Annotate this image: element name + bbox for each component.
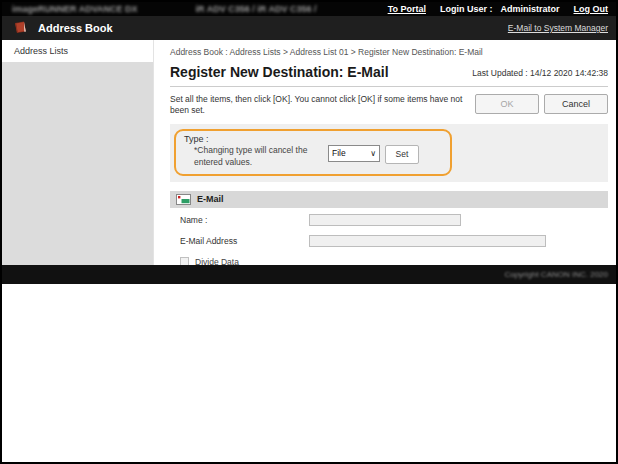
divide-data-checkbox[interactable] xyxy=(180,257,189,265)
breadcrumb[interactable]: Address Book : Address Lists > Address L… xyxy=(170,47,608,57)
email-address-label: E-Mail Address xyxy=(180,236,309,246)
app-bar: Address Book E-Mail to System Manager xyxy=(2,16,616,40)
type-section: Type : *Changing type will cancel the en… xyxy=(170,124,608,182)
type-note: *Changing type will cancel the entered v… xyxy=(194,145,322,169)
top-bar: imageRUNNER ADVANCE DX iR ADV C356 / iR … xyxy=(2,2,616,16)
login-user-label: Login User : xyxy=(440,4,493,14)
remote-ui-window: imageRUNNER ADVANCE DX iR ADV C356 / iR … xyxy=(0,0,618,464)
divide-data-label: Divide Data xyxy=(195,257,239,265)
device-name: iR ADV C356 / iR ADV C356 / xyxy=(196,4,317,14)
copyright-text: Copyright CANON INC. 2020 xyxy=(504,270,608,279)
app-title: Address Book xyxy=(38,22,113,34)
last-updated: Last Updated : 14/12 2020 14:42:38 xyxy=(472,68,608,80)
book-icon xyxy=(12,20,28,36)
email-address-input[interactable] xyxy=(309,235,546,247)
content-area: Address Lists Address Book : Address Lis… xyxy=(2,40,616,265)
chevron-down-icon: ∨ xyxy=(370,149,376,158)
email-address-row: E-Mail Address xyxy=(170,232,608,250)
sidebar-item-address-lists[interactable]: Address Lists xyxy=(2,40,153,62)
main-panel: Address Book : Address Lists > Address L… xyxy=(154,40,616,265)
footer: Copyright CANON INC. 2020 xyxy=(2,265,616,284)
type-label: Type : xyxy=(184,134,442,144)
page-background xyxy=(2,284,616,462)
action-row: Set all the items, then click [OK]. You … xyxy=(170,94,608,117)
page-title: Register New Destination: E-Mail xyxy=(170,64,472,80)
to-portal-link[interactable]: To Portal xyxy=(388,4,426,14)
type-highlight-callout: Type : *Changing type will cancel the en… xyxy=(174,129,452,176)
email-section-header: E-Mail xyxy=(170,191,608,208)
email-section-title: E-Mail xyxy=(197,194,224,204)
email-system-manager-link[interactable]: E-Mail to System Manager xyxy=(508,23,608,33)
cancel-button[interactable]: Cancel xyxy=(544,94,608,114)
email-icon xyxy=(176,194,191,205)
page-header: Register New Destination: E-Mail Last Up… xyxy=(170,64,608,87)
device-model: imageRUNNER ADVANCE DX xyxy=(12,4,138,14)
log-out-link[interactable]: Log Out xyxy=(574,4,609,14)
divide-data-row: Divide Data xyxy=(170,255,608,265)
sidebar: Address Lists xyxy=(2,40,154,265)
ok-button[interactable]: OK xyxy=(475,94,539,114)
name-input[interactable] xyxy=(309,214,461,226)
device-info: imageRUNNER ADVANCE DX iR ADV C356 / iR … xyxy=(2,4,316,14)
login-user-value: Administrator xyxy=(500,4,559,14)
type-select[interactable]: File ∨ xyxy=(328,145,380,162)
name-row: Name : xyxy=(170,211,608,229)
type-select-value: File xyxy=(332,148,370,158)
set-button[interactable]: Set xyxy=(385,145,419,164)
instruction-text: Set all the items, then click [OK]. You … xyxy=(170,94,475,117)
name-label: Name : xyxy=(180,215,309,225)
